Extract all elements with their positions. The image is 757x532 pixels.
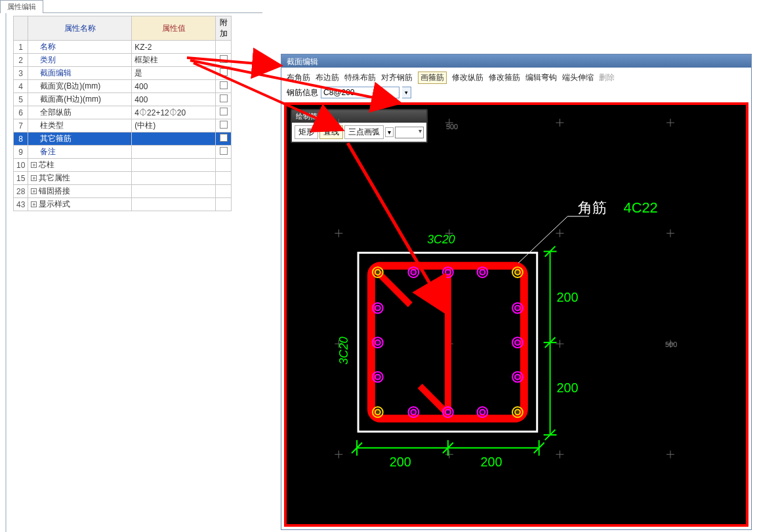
row-add[interactable] <box>216 41 232 54</box>
toolbar-item[interactable]: 布角筋 <box>287 72 310 83</box>
row-add[interactable] <box>216 172 232 185</box>
row-add[interactable] <box>216 106 232 119</box>
tab-strip: 属性编辑 <box>0 0 262 13</box>
row-add[interactable] <box>216 159 232 172</box>
checkbox-icon[interactable] <box>220 55 228 63</box>
tab-properties[interactable]: 属性编辑 <box>0 0 43 13</box>
row-add[interactable] <box>216 185 232 198</box>
table-row[interactable]: 2类别框架柱 <box>14 54 232 67</box>
dim-bottom-2: 200 <box>480 455 502 469</box>
row-num: 10 <box>14 159 28 172</box>
checkbox-icon[interactable] <box>220 121 228 129</box>
table-row[interactable]: 8其它箍筋 <box>14 133 232 146</box>
row-value[interactable]: 是 <box>132 67 216 80</box>
toolbar-item[interactable]: 画箍筋 <box>418 72 447 84</box>
expand-icon[interactable]: + <box>31 201 37 207</box>
row-num: 2 <box>14 54 28 67</box>
row-name[interactable]: +显示样式 <box>28 198 132 211</box>
row-num: 7 <box>14 119 28 133</box>
checkbox-icon[interactable] <box>220 81 228 89</box>
table-row[interactable]: 1名称KZ-2 <box>14 41 232 54</box>
row-value[interactable]: 框架柱 <box>132 54 216 67</box>
svg-point-52 <box>515 409 520 415</box>
expand-icon[interactable]: + <box>31 188 37 194</box>
table-row[interactable]: 9备注 <box>14 146 232 159</box>
toolbar-item[interactable]: 特殊布筋 <box>344 72 376 83</box>
svg-point-50 <box>375 409 380 415</box>
rebar-label-left: 3C20 <box>337 337 350 365</box>
corner-label-green: 4C22 <box>624 199 658 216</box>
expand-icon[interactable]: + <box>31 162 37 168</box>
row-num: 3 <box>14 67 28 80</box>
col-name: 属性名称 <box>28 16 132 41</box>
rebar-info-dropdown[interactable]: ▾ <box>402 87 411 98</box>
axis-label-500b: 500 <box>665 340 677 348</box>
checkbox-icon[interactable] <box>220 94 228 102</box>
row-name[interactable]: 备注 <box>28 146 132 159</box>
row-add[interactable] <box>216 146 232 159</box>
row-name[interactable]: 类别 <box>28 54 132 67</box>
rebar-param-row: 钢筋信息 ▾ <box>281 85 751 102</box>
row-value[interactable]: KZ-2 <box>132 41 216 54</box>
row-name[interactable]: 截面宽(B边)(mm) <box>28 80 132 93</box>
row-name[interactable]: 柱类型 <box>28 119 132 133</box>
rebar-info-input[interactable] <box>321 87 399 98</box>
toolbar-item[interactable]: 修改纵筋 <box>452 72 483 83</box>
row-add[interactable] <box>216 67 232 80</box>
row-name[interactable]: +其它属性 <box>28 172 132 185</box>
row-add[interactable] <box>216 80 232 93</box>
row-value[interactable]: 400 <box>132 93 216 106</box>
row-add[interactable] <box>216 198 232 211</box>
toolbar-item[interactable]: 删除 <box>599 72 615 83</box>
row-add[interactable] <box>216 93 232 106</box>
checkbox-icon[interactable] <box>220 134 228 142</box>
expand-icon[interactable]: + <box>31 175 37 181</box>
table-row[interactable]: 4截面宽(B边)(mm)400 <box>14 80 232 93</box>
table-row[interactable]: 10+芯柱 <box>14 159 232 172</box>
row-num: 4 <box>14 80 28 93</box>
section-canvas[interactable]: 绘制箍筋 矩形直线三点画弧▾ 500 500 3C20 3C20 <box>284 102 748 527</box>
row-value[interactable] <box>132 146 216 159</box>
row-name[interactable]: 其它箍筋 <box>28 133 132 146</box>
row-add[interactable] <box>216 54 232 67</box>
checkbox-icon[interactable] <box>220 108 228 115</box>
row-name[interactable]: 截面高(H边)(mm) <box>28 93 132 106</box>
toolbar-item[interactable]: 修改箍筋 <box>489 72 520 83</box>
row-value[interactable] <box>132 133 216 146</box>
toolbar-item[interactable]: 对齐钢筋 <box>381 72 413 83</box>
row-name[interactable]: +芯柱 <box>28 159 132 172</box>
svg-point-54 <box>411 270 416 275</box>
row-num: 6 <box>14 106 28 119</box>
row-value[interactable] <box>132 159 216 172</box>
table-row[interactable]: 15+其它属性 <box>14 172 232 185</box>
table-row[interactable]: 7柱类型(中柱) <box>14 119 232 133</box>
row-name[interactable]: 截面编辑 <box>28 67 132 80</box>
table-row[interactable]: 5截面高(H边)(mm)400 <box>14 93 232 106</box>
checkbox-icon[interactable] <box>220 147 228 155</box>
table-row[interactable]: 43+显示样式 <box>14 198 232 211</box>
toolbar-item[interactable]: 编辑弯钩 <box>525 72 557 83</box>
checkbox-icon[interactable] <box>220 68 228 76</box>
row-value[interactable] <box>132 172 216 185</box>
table-row[interactable]: 3截面编辑是 <box>14 67 232 80</box>
table-row[interactable]: 28+锚固搭接 <box>14 185 232 198</box>
table-row[interactable]: 6全部纵筋4⏀22+12⏀20 <box>14 106 232 119</box>
row-value[interactable]: (中柱) <box>132 119 216 133</box>
panel-divider <box>5 13 7 532</box>
editor-toolbar: 布角筋布边筋特殊布筋对齐钢筋画箍筋修改纵筋修改箍筋编辑弯钩端头伸缩删除 <box>281 68 751 85</box>
toolbar-item[interactable]: 端头伸缩 <box>562 72 594 83</box>
toolbar-item[interactable]: 布边筋 <box>316 72 339 83</box>
col-add: 附加 <box>216 16 232 41</box>
row-value[interactable] <box>132 198 216 211</box>
row-num: 9 <box>14 146 28 159</box>
row-add[interactable] <box>216 133 232 146</box>
row-name[interactable]: +锚固搭接 <box>28 185 132 198</box>
row-value[interactable]: 4⏀22+12⏀20 <box>132 106 216 119</box>
row-add[interactable] <box>216 119 232 133</box>
axis-label-500a: 500 <box>446 123 458 131</box>
row-value[interactable] <box>132 185 216 198</box>
row-name[interactable]: 全部纵筋 <box>28 106 132 119</box>
row-value[interactable]: 400 <box>132 80 216 93</box>
svg-point-48 <box>515 270 520 275</box>
row-name[interactable]: 名称 <box>28 41 132 54</box>
